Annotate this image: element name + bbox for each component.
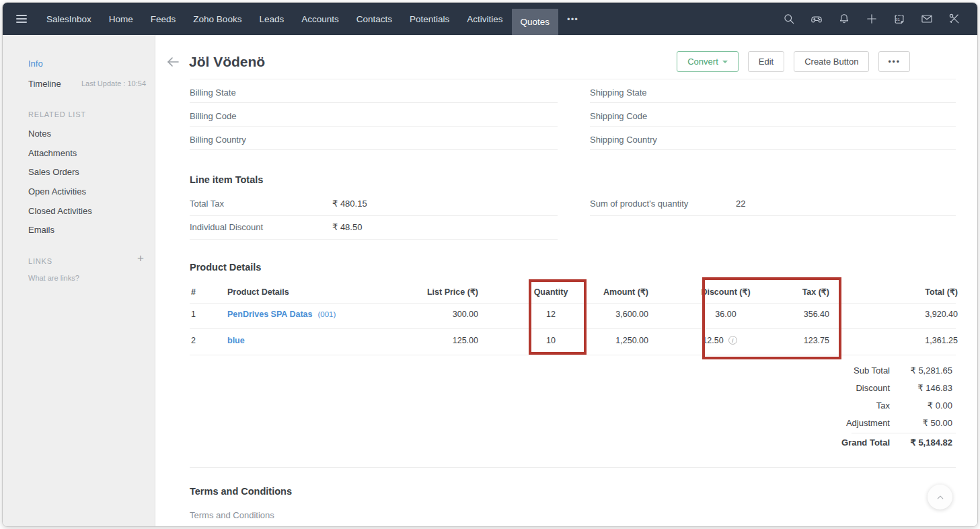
list-price-cell: 125.00 [398,334,478,347]
col-header-list-price: List Price (₹) [398,286,478,298]
col-header-num: # [191,286,196,298]
main-content: Jöl Vödenö Convert Edit Create Button ••… [155,35,977,526]
field-underline [590,215,956,216]
product-cell: PenDrives SPA Datas(001) [227,308,336,320]
add-plus-icon[interactable] [865,12,878,26]
setup-tools-icon[interactable] [948,12,961,26]
notifications-bell-icon[interactable] [837,12,851,26]
svg-text:31: 31 [895,17,900,22]
nav-tab-home[interactable]: Home [100,3,142,35]
sidebar-item-open-activities[interactable]: Open Activities [28,186,86,198]
sidebar-item-closed-activities[interactable]: Closed Activities [28,205,92,217]
terms-field-label: Terms and Conditions [190,509,274,522]
sidebar-item-sales-orders[interactable]: Sales Orders [28,166,79,178]
terms-heading: Terms and Conditions [190,485,292,498]
sidebar-item-timeline[interactable]: Timeline [28,78,61,90]
subtotal-label: Sub Total [854,365,890,377]
nav-tab-salesinbox[interactable]: SalesInbox [38,3,100,35]
app-window: SalesInbox Home Feeds Zoho Books Leads A… [2,2,978,527]
col-header-discount: Discount (₹) [697,286,755,298]
chevron-up-icon [934,491,946,503]
related-list-header: RELATED LIST [28,108,86,120]
field-underline [190,239,558,240]
nav-tab-accounts[interactable]: Accounts [293,3,348,35]
page-title: Jöl Vödenö [189,52,265,71]
adjustment-value: ₹ 50.00 [923,417,952,429]
nav-tab-quotes-active[interactable]: Quotes [512,9,559,35]
convert-caret-icon [722,61,728,63]
quantity-cell: 10 [530,334,572,347]
more-actions-button[interactable]: ••• [878,51,910,72]
search-icon[interactable] [782,12,796,26]
create-button[interactable]: Create Button [794,51,869,72]
field-underline [590,126,956,127]
scroll-to-top-button[interactable] [928,485,952,509]
field-billing-country: Billing Country [190,134,246,146]
edit-button[interactable]: Edit [748,51,784,72]
subtotal-value: ₹ 5,281.65 [911,365,953,377]
sidebar-item-emails[interactable]: Emails [28,224,54,236]
info-icon[interactable]: i [728,336,737,345]
hamburger-menu-icon[interactable] [16,15,27,23]
sidebar-item-notes[interactable]: Notes [28,128,51,140]
nav-icon-group: 31 [782,12,977,26]
discount-cell: 36.00 [697,308,755,320]
nav-tab-zoho-books[interactable]: Zoho Books [184,3,250,35]
field-shipping-country: Shipping Country [590,134,657,146]
col-header-quantity: Quantity [530,286,572,298]
add-link-icon[interactable]: + [137,252,144,264]
total-cell: 3,920.40 [882,308,958,320]
total-cell: 1,361.25 [882,334,958,347]
field-underline [190,102,558,103]
record-actions: Convert Edit Create Button ••• [677,51,910,72]
product-link[interactable]: blue [227,336,245,345]
links-header: LINKS [28,255,52,267]
field-underline [190,215,558,216]
summary-divider [852,433,956,433]
col-header-tax: Tax (₹) [767,286,829,298]
field-underline [190,126,558,127]
product-link[interactable]: PenDrives SPA Datas [227,310,312,319]
field-shipping-code: Shipping Code [590,110,647,122]
gamepad-icon[interactable] [810,12,823,26]
tax-cell: 123.75 [767,334,829,347]
nav-tab-potentials[interactable]: Potentials [401,3,458,35]
convert-button[interactable]: Convert [677,51,739,72]
tax-label: Tax [876,400,890,412]
back-arrow-icon[interactable] [165,54,182,70]
section-divider [190,467,956,468]
field-shipping-state: Shipping State [590,87,647,99]
sum-quantity-value: 22 [736,198,745,210]
row-num: 2 [191,334,196,347]
sum-quantity-label: Sum of product's quantity [590,198,688,210]
list-price-cell: 300.00 [398,308,478,320]
amount-cell: 3,600.00 [572,308,648,320]
nav-more-tabs-icon[interactable]: ••• [558,3,587,35]
adjustment-label: Adjustment [846,417,890,429]
sidebar-item-attachments[interactable]: Attachments [28,147,77,160]
header-divider [190,79,956,79]
col-header-amount: Amount (₹) [572,286,648,298]
product-code-link[interactable]: (001) [317,310,336,318]
table-divider [190,328,956,329]
nav-tab-leads[interactable]: Leads [250,3,293,35]
total-tax-value: ₹ 480.15 [332,198,367,210]
sidebar-item-info[interactable]: Info [28,58,43,70]
calendar-icon[interactable]: 31 [893,12,906,26]
field-underline [190,149,558,150]
what-are-links-link[interactable]: What are links? [28,272,79,284]
field-billing-code: Billing Code [190,110,236,122]
nav-tab-feeds[interactable]: Feeds [142,3,185,35]
total-tax-label: Total Tax [190,198,224,210]
nav-tab-contacts[interactable]: Contacts [348,3,401,35]
nav-tab-activities[interactable]: Activities [458,3,511,35]
mail-icon[interactable] [920,12,934,26]
field-underline [590,102,956,103]
discount-cell: 12.50i [691,334,749,347]
individual-discount-value: ₹ 48.50 [332,221,362,234]
table-divider [190,355,956,355]
last-update-text: Last Update : 10:54 [81,79,146,87]
grand-total-value: ₹ 5,184.82 [911,437,953,449]
tax-value: ₹ 0.00 [928,400,952,412]
field-billing-state: Billing State [190,87,236,99]
